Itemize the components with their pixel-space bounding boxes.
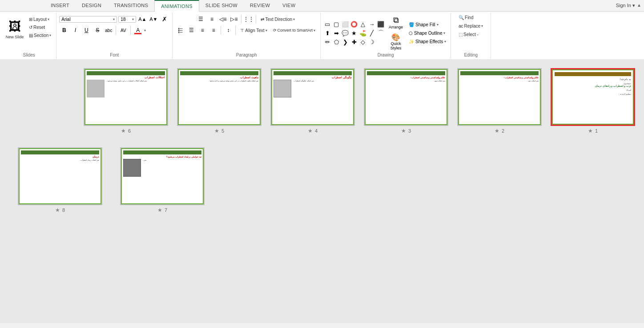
shadow-button[interactable]: abc xyxy=(104,25,113,35)
slide-thumb-6[interactable]: اختلالات اضطراب متن اسلاید اختلالات اضطر… xyxy=(84,68,168,134)
shape-effects-icon: ✨ xyxy=(409,39,414,44)
format-buttons-row: B I U S abc AV A ▾ xyxy=(59,25,146,35)
quick-styles-button[interactable]: 🎨 QuickStyles xyxy=(386,32,405,52)
align-center-button[interactable]: ☰ xyxy=(186,25,196,35)
increase-indent-button[interactable]: ▷≡ xyxy=(229,14,239,24)
slide-number-7: 7 xyxy=(165,207,167,213)
tab-animations[interactable]: ANIMATIONS xyxy=(154,0,199,12)
font-color-button[interactable]: A xyxy=(133,25,143,35)
slide-num-row-2: ★ 2 xyxy=(495,128,504,134)
bullet-list-button[interactable]: ☰ xyxy=(196,14,205,24)
shape-line[interactable]: ╱ xyxy=(368,29,376,37)
slide-thumb-3[interactable]: علائم روانساچدنی و ساچدنی اضطراب : متن ا… xyxy=(364,68,448,134)
shape-rounded-rect[interactable]: ▢ xyxy=(332,20,340,28)
sign-in-button[interactable]: Sign In ▾ xyxy=(616,3,635,8)
new-slide-label: New Slide xyxy=(6,35,24,39)
shape-plus[interactable]: ✚ xyxy=(350,38,358,46)
shape-pentagon[interactable]: ⬠ xyxy=(332,38,340,46)
para-sep4 xyxy=(235,26,236,35)
clear-format-button[interactable]: ✗ xyxy=(160,14,169,24)
shape-outline-button[interactable]: ⬡ Shape Outline ▾ xyxy=(407,30,448,36)
shape-curve[interactable]: ⌒ xyxy=(377,29,385,37)
numbered-list-button[interactable]: ≡ xyxy=(207,14,217,24)
char-spacing-button[interactable]: AV xyxy=(118,25,128,35)
slide-thumb-2[interactable]: علائم روانساچدنی و ساچدنی اضطراب : متن ا… xyxy=(457,68,542,134)
italic-button[interactable]: I xyxy=(70,25,80,35)
shape-rtarrow[interactable]: → xyxy=(368,20,376,28)
arrange-icon: ⧉ xyxy=(393,16,399,25)
slide-num-row-1: ★ 1 xyxy=(588,128,598,134)
text-direction-button[interactable]: ⇄ Text Direction ▾ xyxy=(258,16,297,23)
tab-review[interactable]: REVIEW xyxy=(244,0,276,11)
shape-banner[interactable]: ⛳ xyxy=(359,29,367,37)
tab-insert[interactable]: INSERT xyxy=(44,0,76,11)
shape-outline-icon: ⬡ xyxy=(409,31,413,36)
slide-inner-5: ماهیت اضطراب متن اسلاید ماهیت اضطراب در … xyxy=(177,68,262,126)
arrange-button[interactable]: ⧉ Arrange xyxy=(386,14,405,31)
shape-arrow2[interactable]: ➡ xyxy=(332,29,340,37)
font-color-dropdown[interactable]: ▾ xyxy=(144,28,146,32)
columns-button[interactable]: ⋮⋮ xyxy=(244,14,254,24)
select-button[interactable]: ⬚ Select - xyxy=(456,31,481,38)
strikethrough-button[interactable]: S xyxy=(93,25,102,35)
shape-effects-button[interactable]: ✨ Shape Effects ▾ xyxy=(407,38,448,45)
convert-smartart-button[interactable]: ⟳ Convert to SmartArt ▾ xyxy=(271,27,318,33)
shape-triangle[interactable]: △ xyxy=(359,20,367,28)
shape-oval[interactable]: ⭕ xyxy=(350,20,358,28)
reset-icon: ↺ xyxy=(29,25,32,30)
shape-chevron[interactable]: ❯ xyxy=(341,38,349,46)
section-dropdown-arrow: ▾ xyxy=(49,33,51,37)
slide-thumb-4[interactable]: چگونگی اضطراب متن اسلاید چگونگی اضطراب..… xyxy=(270,68,355,134)
paragraph-bottom-row: ⬱ ☰ ≡ ≡ ↕ ⊤ Align Text ▾ ⟳ Convert to Sm… xyxy=(175,25,318,35)
font-size-selector[interactable]: 18 ▾ xyxy=(118,16,136,23)
slide-thumb-5[interactable]: ماهیت اضطراب متن اسلاید ماهیت اضطراب در … xyxy=(177,68,262,134)
shape-crescent[interactable]: ☽ xyxy=(368,38,376,46)
slide-star-6: ★ xyxy=(121,128,126,134)
shape-diamond[interactable]: ◇ xyxy=(359,38,367,46)
slide-inner-2: علائم روانساچدنی و ساچدنی اضطراب : متن ا… xyxy=(457,68,542,126)
tab-slideshow[interactable]: SLIDE SHOW xyxy=(199,0,244,11)
tab-design[interactable]: DESIGN xyxy=(76,0,108,11)
line-spacing-button[interactable]: ↕ xyxy=(223,25,233,35)
align-right-button[interactable]: ≡ xyxy=(197,25,207,35)
justify-button[interactable]: ≡ xyxy=(209,25,218,35)
slides-group: 🖼 New Slide ⊞ Layout ▾ ↺ Reset ▤ xyxy=(2,12,56,59)
tab-view[interactable]: VIEW xyxy=(276,0,302,11)
slide-star-1: ★ xyxy=(588,128,593,134)
slide-num-row-6: ★ 6 xyxy=(121,128,131,134)
bold-button[interactable]: B xyxy=(59,25,69,35)
slides-group-label: Slides xyxy=(23,52,35,57)
font-family-selector[interactable]: Arial ▾ xyxy=(59,16,117,23)
ribbon-collapse-button[interactable]: ▲ xyxy=(637,3,641,8)
shape-snip-rect[interactable]: ⬜ xyxy=(341,20,349,28)
reset-button[interactable]: ↺ Reset xyxy=(27,24,53,31)
slide-star-7: ★ xyxy=(157,207,162,213)
replace-icon: ac xyxy=(459,24,463,28)
underline-button[interactable]: U xyxy=(81,25,91,35)
slide-inner-4: چگونگی اضطراب متن اسلاید چگونگی اضطراب..… xyxy=(270,68,355,126)
decrease-indent-button[interactable]: ◁≡ xyxy=(218,14,228,24)
shape-fill-button[interactable]: 🪣 Shape Fill ▾ xyxy=(407,21,448,28)
slide-thumb-1[interactable]: به نام خدا موضوع : تزب و اضطراب و راه‌ها… xyxy=(551,68,635,134)
shape-freeform[interactable]: ✏ xyxy=(323,38,331,46)
tab-transitions[interactable]: TRANSITIONS xyxy=(108,0,154,11)
shape-callout[interactable]: 💬 xyxy=(341,29,349,37)
font-grow-button[interactable]: A▲ xyxy=(137,14,147,24)
shape-star[interactable]: ★ xyxy=(350,29,358,37)
slide-number-6: 6 xyxy=(128,128,131,134)
find-button[interactable]: 🔍 Find xyxy=(456,14,475,21)
font-shrink-button[interactable]: A▼ xyxy=(149,14,158,24)
replace-button[interactable]: ac Replace ▾ xyxy=(456,23,485,29)
slide-star-2: ★ xyxy=(495,128,499,134)
align-left-button[interactable]: ⬱ xyxy=(175,25,185,35)
new-slide-button[interactable]: 🖼 New Slide xyxy=(4,14,25,44)
align-text-button[interactable]: ⊤ Align Text ▾ xyxy=(238,27,269,34)
layout-button[interactable]: ⊞ Layout ▾ xyxy=(27,16,53,23)
slide-thumb-8[interactable]: درمان متن اسلاید درمان اضطراب... ★ 8 xyxy=(18,147,102,213)
shape-more[interactable]: ⬛ xyxy=(377,20,385,28)
shape-arrow1[interactable]: ⬆ xyxy=(323,29,331,37)
paragraph-group-label: Paragraph xyxy=(236,52,257,57)
section-button[interactable]: ▤ Section ▾ xyxy=(27,32,53,39)
shape-rect[interactable]: ▭ xyxy=(323,20,331,28)
slide-thumb-7[interactable]: چه عواملی در ایجاد اضطراب می‌شود؟ متن...… xyxy=(120,147,205,213)
